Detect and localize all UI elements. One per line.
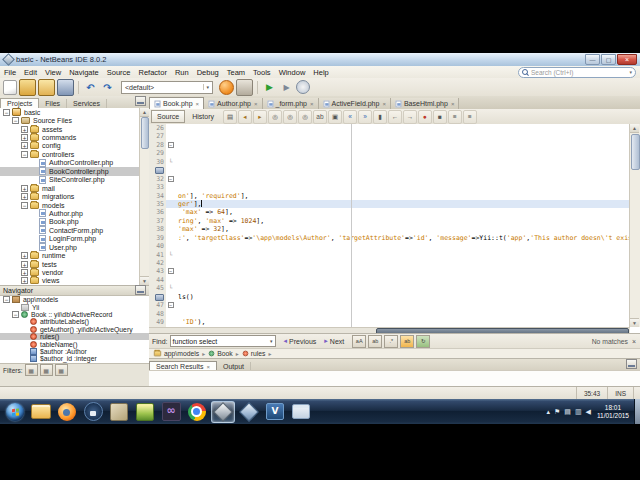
expand-icon[interactable]: + — [21, 126, 28, 133]
search-input[interactable]: Search (Ctrl+I) ▾ — [518, 67, 636, 78]
shift-right-button[interactable]: → — [403, 110, 417, 124]
code-text[interactable]: 'max' => 32], — [175, 225, 630, 233]
close-tab-icon[interactable]: × — [254, 101, 258, 107]
minimize-output-button[interactable] — [626, 359, 637, 369]
menu-item-navigate[interactable]: Navigate — [65, 68, 103, 77]
new-project-button[interactable] — [19, 79, 36, 96]
tree-item-rules[interactable]: rules() — [0, 333, 149, 340]
netbeans-taskbar-icon[interactable] — [211, 401, 235, 423]
expand-icon[interactable]: + — [21, 252, 28, 259]
visual-studio-taskbar-icon[interactable] — [159, 401, 183, 423]
find-input[interactable]: function select ▾ — [170, 335, 276, 347]
tree-item-yii[interactable]: Yii — [0, 303, 149, 310]
expand-icon[interactable]: + — [21, 142, 28, 149]
config-select[interactable]: <default> ▾ — [121, 81, 213, 94]
code-line-41[interactable]: 41└ — [149, 251, 630, 259]
editor-tab-book-php[interactable]: Book.php× — [149, 97, 204, 109]
find-next-button[interactable]: ▸ Next — [320, 335, 348, 347]
code-line-29[interactable]: 29 — [149, 149, 630, 157]
start-button[interactable] — [3, 401, 27, 423]
editor-tab-author-php[interactable]: Author.php× — [204, 98, 262, 109]
code-line-33[interactable]: 33 — [149, 183, 630, 191]
code-text[interactable] — [175, 141, 630, 149]
code-text[interactable]: on'], 'required'], — [175, 192, 630, 200]
security-app-taskbar-icon[interactable] — [81, 401, 105, 423]
signal-icon[interactable]: ▥ — [575, 408, 582, 415]
minimize-navigator-button[interactable] — [135, 285, 146, 295]
tree-item-author-author[interactable]: $author :Author — [0, 348, 149, 355]
menu-item-tools[interactable]: Tools — [249, 68, 275, 77]
utility-app-taskbar-icon[interactable] — [107, 401, 131, 423]
code-text[interactable] — [175, 259, 630, 267]
code-line-44[interactable]: 44 — [149, 276, 630, 284]
code-text[interactable] — [175, 251, 630, 259]
close-tab-icon[interactable]: × — [382, 101, 386, 107]
tree-item-assets[interactable]: +assets — [0, 125, 140, 133]
editor-tab-basehtml-php[interactable]: BaseHtml.php× — [391, 98, 459, 109]
tree-item-models[interactable]: −models — [0, 201, 140, 209]
show-desktop-button[interactable] — [634, 399, 640, 424]
code-text[interactable] — [175, 158, 630, 166]
menu-item-debug[interactable]: Debug — [193, 68, 223, 77]
menu-item-run[interactable]: Run — [171, 68, 193, 77]
tree-item-author-id-integer[interactable]: $author_id :integer — [0, 355, 149, 362]
tray-expand-icon[interactable]: ▴ — [547, 408, 551, 415]
code-text[interactable] — [175, 267, 630, 275]
tree-item-user-php[interactable]: User.php — [0, 243, 140, 251]
scroll-up-icon[interactable]: ▲ — [140, 108, 149, 117]
close-window-button[interactable]: × — [617, 54, 637, 65]
code-line-36[interactable]: 36 'max' => 64], — [149, 208, 630, 216]
tab-services[interactable]: Services — [67, 99, 107, 108]
code-text[interactable] — [175, 166, 630, 174]
undo-button[interactable]: ↶ — [83, 80, 98, 95]
expand-icon[interactable]: + — [21, 261, 28, 268]
code-line-43[interactable]: 43− — [149, 267, 630, 275]
breadcrumb-item-book[interactable]: Book — [208, 350, 233, 357]
code-text[interactable]: :', 'targetClass'=>'\app\models\Author',… — [175, 234, 630, 242]
code-text[interactable]: ring', 'max' => 1024], — [175, 217, 630, 225]
tree-item-source-files[interactable]: −Source Files — [0, 116, 140, 124]
code-text[interactable]: 'max' => 64], — [175, 208, 630, 216]
code-text[interactable] — [175, 183, 630, 191]
close-tab-icon[interactable]: × — [196, 101, 200, 107]
code-line-26[interactable]: 26 — [149, 124, 630, 132]
code-line-45[interactable]: 45└ — [149, 284, 630, 292]
tree-item-basic[interactable]: −basic — [0, 108, 140, 116]
tab-projects[interactable]: Projects — [0, 98, 39, 108]
code-text[interactable] — [175, 310, 630, 318]
minimize-panel-button[interactable] — [135, 96, 146, 106]
tree-item-tests[interactable]: +tests — [0, 260, 140, 268]
scroll-up-icon[interactable]: ▲ — [630, 124, 639, 133]
tree-item-authorcontroller-php[interactable]: AuthorController.php — [0, 159, 140, 167]
projects-scrollbar[interactable]: ▲ ▼ — [139, 108, 149, 285]
tree-item-contactform-php[interactable]: ContactForm.php — [0, 226, 140, 234]
find-previous-button[interactable]: ◎ — [298, 110, 312, 124]
collapse-icon[interactable]: − — [21, 151, 28, 158]
show-inherited-filter-button[interactable]: ▦ — [25, 364, 38, 376]
tree-item-migrations[interactable]: +migrations — [0, 192, 140, 200]
tree-item-loginform-php[interactable]: LoginForm.php — [0, 235, 140, 243]
tree-item-tablename[interactable]: tableName() — [0, 340, 149, 347]
code-line-31[interactable] — [149, 166, 630, 174]
previous-bookmark-button[interactable]: « — [343, 110, 357, 124]
toggle-bookmark-button[interactable]: ▮ — [373, 110, 387, 124]
start-macro-button[interactable]: ● — [418, 110, 432, 124]
code-line-30[interactable]: 30└ — [149, 158, 630, 166]
code-line-35[interactable]: 35ger'], — [149, 200, 630, 208]
sort-alpha-filter-button[interactable]: ▦ — [55, 364, 68, 376]
menu-item-edit[interactable]: Edit — [20, 68, 41, 77]
collapse-icon[interactable]: − — [12, 311, 19, 318]
explorer-taskbar-icon[interactable] — [29, 401, 53, 423]
tree-item-app-models[interactable]: −app\models — [0, 296, 149, 303]
code-line-40[interactable]: 40 — [149, 242, 630, 250]
show-fields-filter-button[interactable]: ▦ — [40, 364, 53, 376]
tree-item-runtime[interactable]: +runtime — [0, 251, 140, 259]
code-line-42[interactable]: 42 — [149, 259, 630, 267]
expand-icon[interactable]: + — [21, 185, 28, 192]
collapse-icon[interactable]: − — [21, 202, 28, 209]
expand-icon[interactable]: + — [21, 134, 28, 141]
menu-item-window[interactable]: Window — [275, 68, 310, 77]
code-fold-icon[interactable]: − — [168, 302, 174, 308]
action-center-flag-icon[interactable]: ⚑ — [554, 408, 560, 415]
code-text[interactable] — [175, 284, 630, 292]
